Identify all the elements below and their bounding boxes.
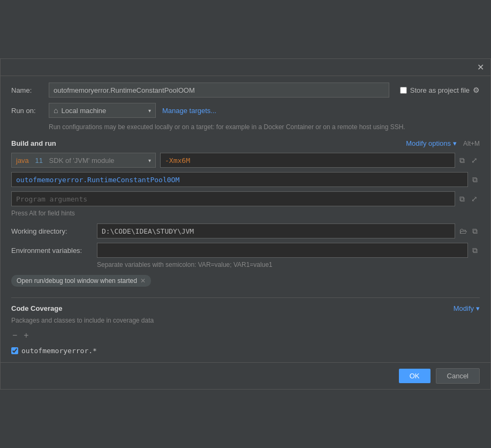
close-button[interactable]: ✕ [474, 61, 487, 73]
program-args-row: ⧉ ⤢ [11, 191, 480, 206]
house-icon: ⌂ [54, 106, 58, 115]
cc-add-button[interactable]: + [22, 330, 29, 341]
build-run-title: Build and run [11, 139, 56, 147]
wd-folder-button[interactable]: 🗁 [457, 226, 469, 237]
modify-arrow-icon: ▾ [476, 304, 480, 312]
modify-options-label: Modify options [406, 139, 451, 147]
tag-row: Open run/debug tool window when started … [11, 275, 480, 287]
main-class-input[interactable] [11, 172, 468, 187]
modify-label: Modify [454, 304, 474, 312]
env-vars-row: Environment variables: ⧉ [11, 243, 480, 258]
jdk-vmoptions-row: java 11 SDK of 'JVM' module ▾ ⧉ ⤢ [11, 153, 480, 168]
run-on-row: Run on: ⌂ Local machine ▾ Manage targets… [11, 103, 480, 118]
dropdown-arrow-icon: ▾ [148, 108, 151, 114]
env-vars-label: Environment variables: [11, 247, 97, 255]
program-args-input[interactable] [11, 191, 455, 206]
cc-item-label: outofmemoryerror.* [21, 347, 97, 355]
run-debug-dialog: ✕ Name: Store as project file ⚙ Run on: … [0, 58, 491, 390]
vm-expand-button[interactable]: ⤢ [469, 155, 480, 166]
main-class-copy-button[interactable]: ⧉ [470, 174, 480, 185]
modify-options-area: Modify options ▾ Alt+M [406, 139, 480, 147]
vm-options-input[interactable] [160, 153, 455, 168]
tag-close-button[interactable]: ✕ [140, 277, 146, 285]
working-dir-input[interactable] [97, 223, 455, 238]
name-label: Name: [11, 86, 49, 94]
modify-options-link[interactable]: Modify options ▾ [406, 139, 457, 147]
jdk-java-label: java [16, 156, 29, 165]
run-on-label: Run on: [11, 107, 49, 115]
build-run-section-header: Build and run Modify options ▾ Alt+M [11, 139, 480, 147]
local-machine-text: Local machine [61, 107, 106, 115]
main-class-row: ⧉ [11, 172, 480, 187]
code-coverage-header: Code Coverage Modify ▾ [11, 304, 480, 312]
wd-icons: 🗁 ⧉ [457, 226, 480, 237]
cc-item-row: outofmemoryerror.* [11, 346, 480, 356]
working-dir-row: Working directory: 🗁 ⧉ [11, 223, 480, 238]
store-project-section: Store as project file ⚙ [400, 86, 480, 94]
local-machine-dropdown[interactable]: ⌂ Local machine ▾ [49, 103, 156, 118]
code-coverage-desc: Packages and classes to include in cover… [11, 317, 480, 324]
cancel-button[interactable]: Cancel [436, 368, 480, 384]
store-project-checkbox[interactable] [400, 87, 407, 94]
cc-toolbar: − + [11, 330, 480, 341]
jdk-version-label: 11 [35, 156, 42, 165]
vm-copy-button[interactable]: ⧉ [457, 155, 467, 166]
ok-button[interactable]: OK [399, 369, 430, 383]
jdk-dropdown-arrow-icon: ▾ [148, 158, 151, 163]
name-input[interactable] [49, 83, 389, 98]
name-row: Name: Store as project file ⚙ [11, 83, 480, 98]
shortcut-hint: Alt+M [463, 140, 480, 147]
modify-options-arrow-icon: ▾ [453, 139, 457, 147]
env-icons: ⧉ [470, 245, 480, 256]
modify-link[interactable]: Modify ▾ [454, 304, 480, 312]
wd-copy-button[interactable]: ⧉ [470, 226, 480, 237]
gear-icon[interactable]: ⚙ [473, 86, 480, 94]
dialog-content: Name: Store as project file ⚙ Run on: ⌂ … [1, 76, 490, 362]
working-dir-label: Working directory: [11, 227, 97, 235]
jdk-rest-label: SDK of 'JVM' module [49, 156, 115, 165]
dialog-content-area: Name: Store as project file ⚙ Run on: ⌂ … [1, 76, 490, 362]
tag-label: Open run/debug tool window when started [17, 277, 137, 285]
title-bar: ✕ [1, 59, 490, 76]
open-tool-window-tag: Open run/debug tool window when started … [11, 275, 151, 287]
manage-targets-link[interactable]: Manage targets... [162, 107, 216, 115]
env-hint-text: Separate variables with semicolon: VAR=v… [97, 261, 480, 268]
code-coverage-title: Code Coverage [11, 304, 62, 312]
jdk-dropdown[interactable]: java 11 SDK of 'JVM' module ▾ [11, 153, 156, 168]
vm-options-row: ⧉ ⤢ [160, 153, 480, 168]
cc-remove-button[interactable]: − [11, 330, 18, 341]
program-args-copy-button[interactable]: ⧉ [457, 193, 467, 205]
env-copy-button[interactable]: ⧉ [470, 245, 480, 256]
dialog-footer: OK Cancel [1, 362, 490, 389]
store-project-label: Store as project file [410, 86, 470, 94]
section-divider [11, 297, 480, 298]
field-hint-text: Press Alt for field hints [11, 210, 480, 217]
run-config-hint: Run configurations may be executed local… [49, 122, 480, 132]
code-coverage-section: Code Coverage Modify ▾ Packages and clas… [11, 304, 480, 356]
program-args-expand-button[interactable]: ⤢ [469, 193, 480, 204]
env-vars-input[interactable] [97, 243, 468, 258]
cc-item-checkbox[interactable] [11, 347, 18, 354]
